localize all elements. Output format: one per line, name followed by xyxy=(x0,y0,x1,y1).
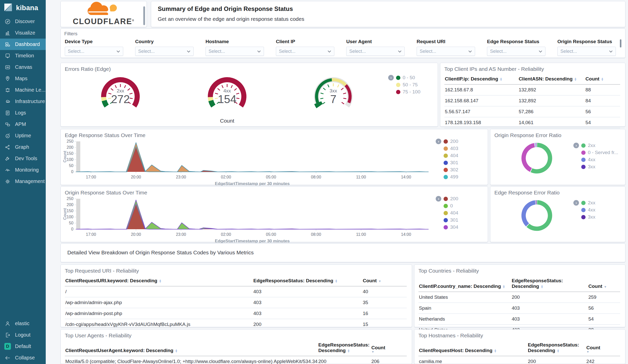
legend-item-4xx[interactable]: 4xx xyxy=(581,206,595,213)
panel-title: Origin Response Status Over Time xyxy=(65,190,147,196)
svg-text:17:00: 17:00 xyxy=(86,232,96,237)
chevron-down-icon xyxy=(187,49,190,53)
legend-item-3xx[interactable]: 3xx xyxy=(581,163,618,170)
legend-label: 0 - 50 xyxy=(403,75,415,80)
legend-toggle-chevron-icon[interactable]: › xyxy=(573,200,579,206)
sidebar-item-label: Collapse xyxy=(15,355,35,361)
page-scrollbar-thumb[interactable] xyxy=(620,39,621,47)
legend-item-404[interactable]: 404 xyxy=(444,209,458,217)
legend-item-200[interactable]: ›200 xyxy=(444,195,458,202)
table-cell: 132,892 xyxy=(518,95,585,106)
filter-select-edge-response-status[interactable]: Select... xyxy=(487,47,545,56)
gauge-4xx[interactable]: 4xx154 xyxy=(198,72,256,117)
legend-toggle-chevron-icon[interactable]: › xyxy=(388,75,394,80)
filter-label: Origin Response Status xyxy=(557,39,616,44)
column-header-count[interactable]: Count▼ xyxy=(588,276,620,292)
legend-label: 4xx xyxy=(588,157,595,162)
legend-item-4xx[interactable]: 4xx xyxy=(581,156,618,163)
legend-toggle-chevron-icon[interactable]: › xyxy=(573,143,579,148)
sidebar-footer-item-default[interactable]: DDefault xyxy=(0,341,46,352)
legend-item-2xx[interactable]: ›2xx xyxy=(581,142,618,149)
column-header-clientrequestuseragent-keyword-descending[interactable]: ClientRequestUserAgent.keyword: Descendi… xyxy=(65,340,318,356)
sidebar-item-apm[interactable]: APM xyxy=(0,119,46,130)
sidebar-footer-item-logout[interactable]: Logout xyxy=(0,329,46,341)
sidebar-item-dashboard[interactable]: Dashboard xyxy=(0,39,46,50)
gauge-3xx[interactable]: 3xx7 xyxy=(304,72,363,117)
sidebar-item-infrastructure[interactable]: Infrastructure xyxy=(0,96,46,107)
column-header-edgeresponsestatus-descending[interactable]: EdgeResponseStatus: Descending▲▼ xyxy=(318,340,371,356)
edge-response-over-time-chart[interactable]: 05010015020025017:0020:0023:0002:0005:00… xyxy=(63,138,431,187)
select-placeholder: Select... xyxy=(138,49,155,54)
origin-error-ratio-donut[interactable] xyxy=(519,140,555,177)
filter-select-country[interactable]: Select... xyxy=(135,47,194,56)
sidebar-item-logs[interactable]: Logs xyxy=(0,107,46,119)
table-row: 162.158.68.147132,89284 xyxy=(444,95,620,106)
legend-item-403[interactable]: 403 xyxy=(444,145,458,152)
column-header-count[interactable]: Count▼ xyxy=(362,276,407,286)
legend-item-75-100[interactable]: 75 - 100 xyxy=(396,88,420,95)
legend-item-301[interactable]: 301 xyxy=(444,159,458,166)
legend-item-499[interactable]: 499 xyxy=(444,173,458,180)
logo-panel-scrollbar[interactable] xyxy=(143,6,145,25)
column-header-clientrequesturi-keyword-descending[interactable]: ClientRequestURI.keyword: Descending▲▼ xyxy=(65,276,253,286)
legend-item-304[interactable]: 304 xyxy=(444,224,458,231)
sidebar-item-label: Logout xyxy=(15,332,30,338)
legend-item-50-75[interactable]: 50 - 75 xyxy=(396,81,420,88)
markdown-panel: Detailed View Breakdown of Origin Respon… xyxy=(60,243,625,262)
apm-icon xyxy=(4,121,11,128)
column-header-count[interactable]: Count▼ xyxy=(586,340,620,356)
column-header-count[interactable]: Count▲▼ xyxy=(585,74,620,85)
sidebar-item-maps[interactable]: Maps xyxy=(0,73,46,84)
origin-response-over-time-chart[interactable]: 05010015020025017:0020:0023:0002:0005:00… xyxy=(63,196,431,244)
legend-item-0[interactable]: 0 xyxy=(444,202,458,209)
filter-select-client-ip[interactable]: Select... xyxy=(276,47,334,56)
filter-select-device-type[interactable]: Select... xyxy=(65,47,123,56)
legend-color-dot xyxy=(444,204,448,208)
sidebar-item-discover[interactable]: Discover xyxy=(0,16,46,27)
sidebar-item-timelion[interactable]: Timelion xyxy=(0,50,46,61)
legend-label: 2xx xyxy=(588,200,595,206)
sidebar-item-visualize[interactable]: Visualize xyxy=(0,27,46,39)
column-header-count[interactable]: Count▼ xyxy=(371,340,407,356)
column-header-clientrequesthost-descending[interactable]: ClientRequestHost: Descending▲▼ xyxy=(418,340,527,356)
filter-select-user-agent[interactable]: Select... xyxy=(346,47,405,56)
sidebar-footer-item-collapse[interactable]: Collapse xyxy=(0,352,46,363)
legend-item-3xx[interactable]: 3xx xyxy=(581,213,595,221)
column-header-clientip-country-name-descending[interactable]: ClientIP.country_name: Descending▲▼ xyxy=(418,276,511,292)
edge-error-ratio-donut[interactable] xyxy=(519,198,555,234)
sidebar-footer-item-elastic[interactable]: elastic xyxy=(0,318,46,329)
column-header-edgeresponsestatus-descending[interactable]: EdgeResponseStatus: Descending▲▼ xyxy=(527,340,586,356)
sidebar-item-label: Machine Le... xyxy=(15,87,45,93)
legend-item-2xx[interactable]: ›2xx xyxy=(581,199,595,206)
edge-response-over-time-panel: Edge Response Status Over Time 050100150… xyxy=(60,129,488,185)
legend-item-0-50[interactable]: ›0 - 50 xyxy=(396,74,420,81)
sidebar-item-canvas[interactable]: Canvas xyxy=(0,61,46,73)
legend-item-302[interactable]: 302 xyxy=(444,166,458,173)
dashboard-icon xyxy=(4,41,11,48)
table-row: Mozilla/5.0 (compatible; CloudFlare-Alwa… xyxy=(65,356,407,364)
legend-color-dot xyxy=(444,197,448,201)
filter-select-origin-response-status[interactable]: Select... xyxy=(557,47,616,56)
sidebar-item-uptime[interactable]: Uptime xyxy=(0,130,46,141)
sidebar-item-graph[interactable]: Graph xyxy=(0,141,46,153)
sidebar-item-dev-tools[interactable]: Dev Tools xyxy=(0,153,46,164)
column-header-clientip-ip-descending[interactable]: ClientIP.ip: Descending▲▼ xyxy=(444,74,518,85)
legend-item-404[interactable]: 404 xyxy=(444,152,458,159)
sidebar-item-machine-le[interactable]: Machine Le... xyxy=(0,84,46,96)
column-header-clientasn-descending[interactable]: ClientASN: Descending▲▼ xyxy=(518,74,585,85)
legend-item-0-served-fr[interactable]: 0 - Served fr... xyxy=(581,149,618,156)
svg-text:11:00: 11:00 xyxy=(356,232,366,237)
column-header-edgeresponsestatus-descending[interactable]: EdgeResponseStatus: Descending▲▼ xyxy=(253,276,362,286)
filter-select-hostname[interactable]: Select... xyxy=(206,47,264,56)
filter-label: User Agent xyxy=(346,39,405,44)
legend-item-200[interactable]: ›200 xyxy=(444,138,458,145)
filter-select-request-uri[interactable]: Select... xyxy=(417,47,475,56)
legend-toggle-chevron-icon[interactable]: › xyxy=(436,139,441,144)
legend-label: 403 xyxy=(450,146,458,151)
legend-toggle-chevron-icon[interactable]: › xyxy=(436,196,441,202)
sidebar-item-monitoring[interactable]: Monitoring xyxy=(0,164,46,176)
sidebar-item-management[interactable]: Management xyxy=(0,176,46,187)
gauge-2xx[interactable]: 2xx272 xyxy=(91,72,150,117)
column-header-edgeresponsestatus-descending[interactable]: EdgeResponseStatus: Descending▲▼ xyxy=(511,276,588,292)
legend-item-301[interactable]: 301 xyxy=(444,217,458,224)
